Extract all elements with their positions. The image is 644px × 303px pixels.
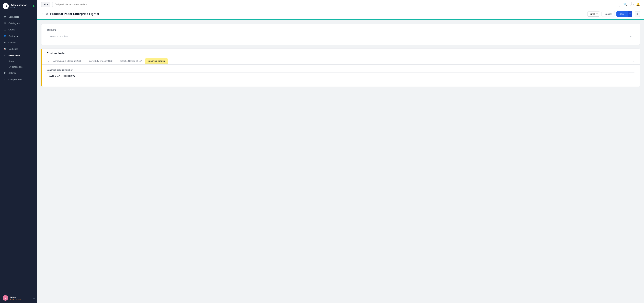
header-actions: Dutch ▾ Cancel Save ▾ — [588, 11, 632, 17]
tab-heavy-duty[interactable]: Heavy Duty Shoes 99152 — [84, 58, 116, 65]
filter-label: All — [44, 3, 46, 5]
user-info: demo Administrator — [10, 296, 21, 300]
topbar: All ▾ 🔍 ? 🔔 — [37, 0, 644, 9]
online-indicator — [33, 5, 34, 7]
content-icon — [4, 41, 6, 44]
collapse-icon — [4, 78, 6, 81]
sidebar-item-label: Content — [8, 41, 16, 44]
menu-options-button[interactable]: ≡ — [635, 11, 640, 17]
canonical-product-number-input[interactable] — [47, 72, 635, 79]
extensions-icon — [4, 54, 6, 57]
filter-chevron-icon: ▾ — [47, 3, 48, 5]
sidebar: G Administration 6.5.0.0 Dashboard Catal… — [0, 0, 37, 303]
save-button[interactable]: Save — [616, 11, 628, 17]
topbar-icons: 🔍 ? 🔔 — [623, 2, 640, 6]
page-title: Practical Paper Enterprise Fighter — [50, 12, 585, 16]
sidebar-item-customers[interactable]: Customers — [0, 33, 37, 39]
app-logo: G — [3, 3, 9, 9]
user-name: demo — [10, 296, 21, 298]
tab-aerodynamic[interactable]: Aerodynamic Clothing 62708 — [50, 58, 84, 65]
sidebar-item-label: Customers — [8, 35, 19, 37]
template-select[interactable]: Select a template... ▾ — [47, 33, 634, 40]
main-area: All ▾ 🔍 ? 🔔 ← ⧉ Practical Paper Enterpri… — [37, 0, 644, 303]
tab-fantastic-garden[interactable]: Fantastic Garden 86164 — [116, 58, 145, 65]
tabs-nav: ‹ Aerodynamic Clothing 62708 Heavy Duty … — [42, 58, 640, 65]
template-placeholder: Select a template... — [50, 35, 70, 38]
search-bar[interactable] — [52, 2, 620, 7]
sidebar-item-content[interactable]: Content — [0, 39, 37, 46]
language-label: Dutch — [590, 13, 596, 15]
sidebar-item-label: Collapse menu — [8, 78, 23, 81]
menu-icon: ≡ — [636, 12, 638, 15]
help-icon[interactable]: ? — [630, 2, 634, 6]
tab-canonical-product[interactable]: Canonical product — [145, 58, 168, 64]
sidebar-item-dashboard[interactable]: Dashboard — [0, 13, 37, 20]
cancel-button[interactable]: Cancel — [602, 11, 615, 17]
fields-body: Canonical product number — [42, 65, 640, 87]
sidebar-item-label: Settings — [8, 72, 16, 74]
marketing-icon — [4, 47, 6, 50]
sidebar-item-label: Orders — [8, 28, 15, 31]
brand-version: 6.5.0.0 — [10, 6, 27, 8]
dashboard-icon — [4, 15, 6, 18]
catalogue-icon — [4, 22, 6, 25]
save-button-group: Save ▾ — [616, 11, 632, 17]
sidebar-sub-label: Store — [8, 60, 14, 62]
scroll-area: Template Select a template... ▾ Custom f… — [37, 20, 644, 303]
user-menu-chevron[interactable]: ▴ — [34, 297, 34, 299]
search-filter-button[interactable]: All ▾ — [41, 2, 50, 7]
sidebar-footer: D demo Administrator ▴ — [0, 293, 37, 303]
header-nav: ← ⧉ — [41, 12, 48, 16]
tabs-prev-arrow[interactable]: ‹ — [47, 60, 50, 62]
sidebar-item-marketing[interactable]: Marketing — [0, 46, 37, 52]
brand-name: Administration — [10, 4, 27, 6]
user-role: Administrator — [10, 298, 21, 300]
sidebar-item-label: Catalogues — [8, 22, 20, 24]
custom-fields-card: Custom fields ‹ Aerodynamic Clothing 627… — [41, 48, 640, 87]
content-header: ← ⧉ Practical Paper Enterprise Fighter D… — [37, 9, 644, 20]
brand-info: Administration 6.5.0.0 — [10, 4, 27, 8]
sidebar-item-label: Extensions — [8, 54, 20, 57]
sidebar-item-extensions[interactable]: Extensions — [0, 52, 37, 58]
custom-fields-title: Custom fields — [42, 48, 640, 58]
settings-icon — [4, 71, 6, 74]
canonical-product-number-group: Canonical product number — [47, 69, 635, 79]
copy-button[interactable]: ⧉ — [46, 12, 48, 16]
sidebar-item-label: Marketing — [8, 48, 18, 50]
save-dropdown-button[interactable]: ▾ — [628, 11, 632, 17]
back-button[interactable]: ← — [41, 12, 44, 16]
language-selector[interactable]: Dutch ▾ — [588, 11, 600, 16]
sidebar-nav: Dashboard Catalogues Orders Customers Co… — [0, 12, 37, 293]
sidebar-item-store[interactable]: Store — [0, 58, 37, 64]
template-card: Template Select a template... ▾ — [41, 24, 640, 45]
tabs-next-arrow[interactable]: › — [632, 60, 635, 62]
customers-icon — [4, 34, 6, 37]
search-icon[interactable]: 🔍 — [623, 2, 627, 6]
field-label: Canonical product number — [47, 69, 635, 71]
sidebar-item-label: Dashboard — [8, 15, 19, 18]
template-field-label: Template — [47, 28, 634, 31]
orders-icon — [4, 28, 6, 31]
search-input[interactable] — [54, 3, 618, 5]
template-card-body: Template Select a template... ▾ — [42, 24, 640, 45]
sidebar-item-catalogues[interactable]: Catalogues — [0, 20, 37, 26]
avatar: D — [3, 295, 8, 301]
sidebar-sub-label: My extensions — [8, 66, 22, 68]
template-chevron-icon: ▾ — [630, 35, 632, 38]
sidebar-item-my-extensions[interactable]: My extensions — [0, 64, 37, 70]
bell-icon[interactable]: 🔔 — [636, 2, 640, 6]
sidebar-item-orders[interactable]: Orders — [0, 26, 37, 33]
language-chevron-icon: ▾ — [596, 13, 598, 15]
sidebar-header: G Administration 6.5.0.0 — [0, 0, 37, 12]
sidebar-item-collapse[interactable]: Collapse menu — [0, 76, 37, 82]
sidebar-item-settings[interactable]: Settings — [0, 70, 37, 76]
